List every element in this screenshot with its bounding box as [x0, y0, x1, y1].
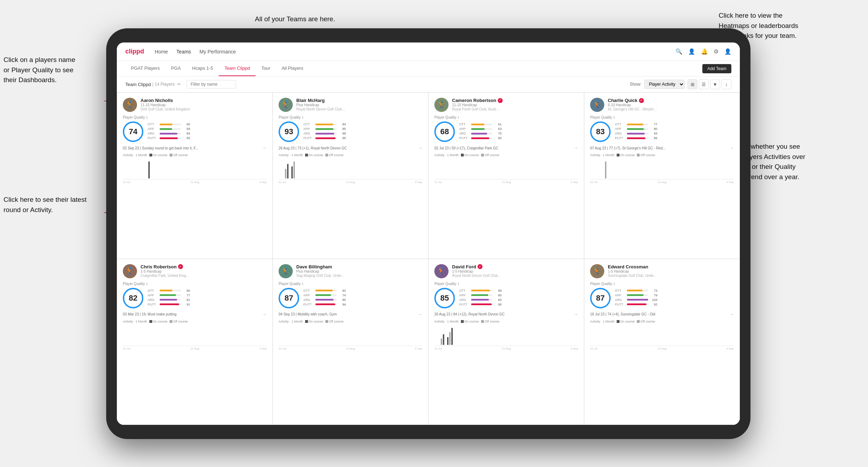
quality-info-icon[interactable]: ℹ	[302, 282, 303, 286]
score-circle[interactable]: 85	[434, 288, 455, 308]
score-circle[interactable]: 87	[590, 288, 611, 308]
off-course-label: Off course	[329, 153, 343, 157]
tab-hcaps[interactable]: Hcaps 1-5	[187, 61, 219, 76]
player-name[interactable]: Blair McHarg	[296, 98, 422, 103]
player-club: Royal Perth Golf Club, Australia	[452, 107, 502, 111]
score-circle[interactable]: 83	[590, 121, 611, 142]
off-course-label: Off course	[329, 320, 343, 323]
add-team-button[interactable]: Add Team	[702, 64, 731, 73]
stat-value: 79	[650, 294, 657, 297]
player-card[interactable]: 🏌 Edward Crossman 1-5 Handicap Sunningda…	[584, 259, 740, 425]
player-name[interactable]: Chris Robertson ✓	[141, 264, 267, 269]
show-select[interactable]: Player Activity Quality Trend	[644, 80, 685, 89]
quality-info-icon[interactable]: ℹ	[146, 282, 148, 286]
legend-on: On course	[305, 153, 324, 157]
nav-my-performance[interactable]: My Performance	[200, 47, 236, 56]
edit-icon[interactable]: ✏	[177, 82, 181, 87]
quality-info-icon[interactable]: ℹ	[613, 115, 615, 119]
stats-bars: OTT 77 APP 80 ARG 83 PUTT 86	[615, 123, 734, 141]
quality-content[interactable]: 85 OTT 89 APP 80 ARG 83 PUTT	[434, 288, 578, 308]
latest-round-text: 26 Aug 23 | 73 (+1), Royal North Devon G…	[279, 146, 418, 150]
player-card[interactable]: 🏌 Aaron Nicholls 11-15 Handicap Drift Go…	[117, 92, 273, 259]
notification-icon[interactable]: 🔔	[701, 48, 708, 55]
score-circle[interactable]: 87	[279, 288, 299, 308]
latest-round[interactable]: 26 Aug 23 | 73 (+1), Royal North Devon G…	[279, 146, 422, 150]
score-circle[interactable]: 82	[123, 288, 143, 308]
tab-pgat-players[interactable]: PGAT Players	[125, 61, 165, 76]
tab-all-players[interactable]: All Players	[276, 61, 309, 76]
latest-round[interactable]: 02 Jul 23 | 59 (+17), Craigmillar Park G…	[434, 146, 578, 150]
player-card[interactable]: 🏌 Dave Billingham Plus Handicap Sag Magi…	[273, 259, 428, 425]
player-name[interactable]: David Ford ✓	[452, 264, 578, 269]
round-arrow[interactable]: →	[730, 146, 734, 150]
player-handicap: 11-15 Handicap	[452, 103, 578, 107]
player-card[interactable]: 🏌 Chris Robertson ✓ 1-5 Handicap Craigmi…	[117, 259, 273, 425]
player-name[interactable]: Aaron Nicholls	[141, 98, 267, 103]
nav-home[interactable]: Home	[155, 47, 168, 56]
latest-round[interactable]: 02 Sep 23 | Sunday round to get back int…	[123, 146, 267, 150]
latest-round[interactable]: 18 Jul 23 | 74 (+4), Sunningdale GC - Ol…	[590, 312, 734, 317]
filter-button[interactable]: ▼	[710, 79, 720, 89]
quality-info-icon[interactable]: ℹ	[302, 115, 303, 119]
latest-round[interactable]: 04 Sep 23 | Mobility with coach, Gym →	[279, 312, 422, 317]
grid-view-button[interactable]: ⊞	[687, 79, 697, 89]
player-club: Drift Golf Club, United Kingdom	[141, 107, 190, 111]
score-circle[interactable]: 93	[279, 121, 299, 142]
stat-name: PUTT	[615, 303, 625, 306]
player-card[interactable]: 🏌 Cameron Robertson ✓ 11-15 Handicap Roy…	[428, 92, 584, 259]
quality-info-icon[interactable]: ℹ	[458, 282, 459, 286]
player-name[interactable]: Charlie Quick ✓	[608, 98, 734, 103]
quality-content[interactable]: 68 OTT 61 APP 63 ARG 75 PUTT	[434, 121, 578, 142]
list-view-button[interactable]: ☰	[699, 79, 709, 89]
round-arrow[interactable]: →	[418, 312, 422, 317]
quality-content[interactable]: 82 OTT 60 APP 77 ARG 81 PUTT	[123, 288, 267, 308]
avatar-icon[interactable]: 👤	[724, 48, 731, 55]
activity-label: Activity · 1 Month On course Off course	[279, 153, 422, 157]
tab-pga[interactable]: PGA	[165, 61, 186, 76]
off-course-label: Off course	[640, 320, 655, 323]
player-header: 🏌 Aaron Nicholls 11-15 Handicap Drift Go…	[123, 98, 267, 112]
quality-info-icon[interactable]: ℹ	[458, 115, 459, 119]
player-header: 🏌 David Ford ✓ 1-5 Handicap Royal North …	[434, 264, 578, 278]
latest-round[interactable]: 03 Mar 23 | 19, Must make putting →	[123, 312, 267, 317]
player-name[interactable]: Cameron Robertson ✓	[452, 98, 578, 103]
round-arrow[interactable]: →	[574, 146, 578, 150]
sort-button[interactable]: ↕	[721, 79, 731, 89]
player-name[interactable]: Dave Billingham	[296, 264, 422, 269]
quality-info-icon[interactable]: ℹ	[613, 282, 615, 286]
latest-round[interactable]: 07 Aug 23 | 77 (+7), St George's Hill GC…	[590, 146, 734, 150]
score-circle[interactable]: 74	[123, 121, 143, 142]
tab-team-clippd[interactable]: Team Clippd	[219, 61, 256, 76]
round-arrow[interactable]: →	[730, 312, 734, 317]
round-arrow[interactable]: →	[418, 146, 422, 150]
quality-content[interactable]: 93 OTT 84 APP 85 ARG 88 PUTT	[279, 121, 422, 142]
on-course-label: On course	[153, 320, 168, 323]
quality-content[interactable]: 87 OTT 82 APP 74 ARG 85 PUTT	[279, 288, 422, 308]
quality-content[interactable]: 83 OTT 77 APP 80 ARG 83 PUTT	[590, 121, 734, 142]
search-input[interactable]	[187, 80, 236, 89]
chart-dates: 31 Jul 21 Aug 4 Sep	[123, 347, 267, 350]
player-name[interactable]: Edward Crossman	[608, 264, 734, 269]
player-card[interactable]: 🏌 David Ford ✓ 1-5 Handicap Royal North …	[428, 259, 584, 425]
settings-icon[interactable]: ⚙	[714, 48, 719, 55]
stat-name: PUTT	[459, 303, 469, 306]
stat-bar	[471, 303, 492, 305]
latest-round[interactable]: 26 Aug 23 | 84 (+12), Royal North Devon …	[434, 312, 578, 317]
quality-content[interactable]: 74 OTT 60 APP 58 ARG 84 PUTT	[123, 121, 267, 142]
round-arrow[interactable]: →	[262, 146, 267, 150]
player-card[interactable]: 🏌 Charlie Quick ✓ 6-10 Handicap St. Geor…	[584, 92, 740, 259]
round-arrow[interactable]: →	[262, 312, 267, 317]
verified-badge: ✓	[478, 264, 482, 269]
on-course-dot	[149, 320, 152, 323]
quality-label: Player Quality ℹ	[434, 282, 578, 286]
round-arrow[interactable]: →	[574, 312, 578, 317]
tab-tour[interactable]: Tour	[256, 61, 276, 76]
player-card[interactable]: 🏌 Blair McHarg Plus Handicap Royal North…	[273, 92, 428, 259]
profile-icon[interactable]: 👤	[688, 48, 695, 55]
stat-bar	[471, 128, 492, 130]
nav-teams[interactable]: Teams	[176, 47, 191, 56]
quality-content[interactable]: 87 OTT 73 APP 79 ARG 103 PUTT	[590, 288, 734, 308]
score-circle[interactable]: 68	[434, 121, 455, 142]
search-icon[interactable]: 🔍	[675, 48, 683, 55]
quality-info-icon[interactable]: ℹ	[146, 115, 148, 119]
